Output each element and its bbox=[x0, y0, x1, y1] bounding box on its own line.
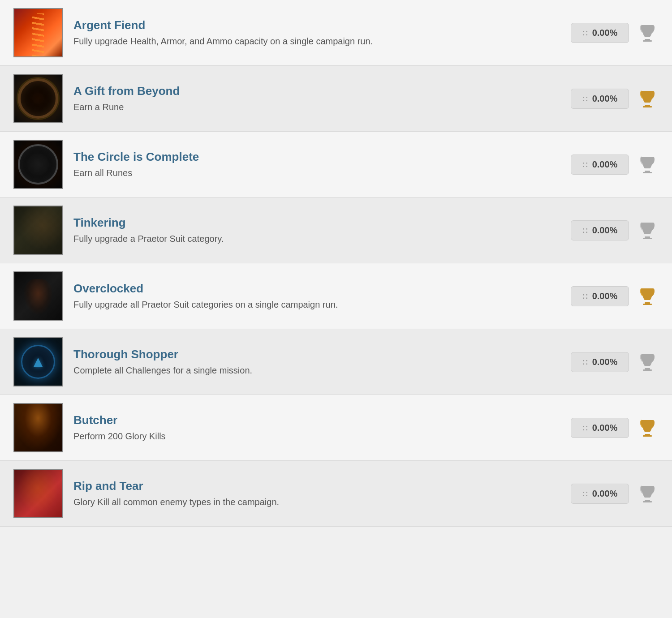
achievement-row: The Circle is Complete Earn all Runes ::… bbox=[0, 132, 672, 197]
dots-icon: :: bbox=[582, 489, 589, 498]
achievement-info-thorough-shopper: Thorough Shopper Complete all Challenges… bbox=[73, 348, 560, 377]
achievement-image-rip-and-tear bbox=[13, 469, 63, 518]
dots-icon: :: bbox=[582, 28, 589, 38]
achievement-image-circle-is-complete bbox=[13, 140, 63, 189]
achievement-row: Butcher Perform 200 Glory Kills :: 0.00% bbox=[0, 395, 672, 461]
percent-badge[interactable]: :: 0.00% bbox=[571, 484, 629, 504]
achievement-stats-gift-from-beyond: :: 0.00% bbox=[571, 87, 659, 110]
percent-value: 0.00% bbox=[592, 423, 618, 433]
trophy-icon bbox=[636, 219, 659, 241]
achievement-title: Rip and Tear bbox=[73, 479, 560, 493]
achievement-image-butcher bbox=[13, 403, 63, 452]
svg-rect-11 bbox=[643, 369, 652, 371]
percent-value: 0.00% bbox=[592, 291, 618, 301]
percent-value: 0.00% bbox=[592, 225, 618, 236]
percent-badge[interactable]: :: 0.00% bbox=[571, 286, 629, 306]
achievement-title: Argent Fiend bbox=[73, 18, 560, 32]
achievement-info-tinkering: Tinkering Fully upgrade a Praetor Suit c… bbox=[73, 216, 560, 245]
achievement-desc: Fully upgrade a Praetor Suit category. bbox=[73, 232, 560, 245]
achievement-title: Tinkering bbox=[73, 216, 560, 230]
achievement-info-butcher: Butcher Perform 200 Glory Kills bbox=[73, 413, 560, 442]
dots-icon: :: bbox=[582, 94, 589, 103]
trophy-icon bbox=[636, 87, 659, 110]
percent-badge[interactable]: :: 0.00% bbox=[571, 220, 629, 240]
percent-value: 0.00% bbox=[592, 28, 618, 38]
percent-badge[interactable]: :: 0.00% bbox=[571, 23, 629, 43]
percent-badge[interactable]: :: 0.00% bbox=[571, 89, 629, 109]
svg-rect-5 bbox=[643, 172, 652, 173]
achievement-desc: Fully upgrade all Praetor Suit categorie… bbox=[73, 298, 560, 311]
svg-rect-3 bbox=[643, 106, 652, 107]
trophy-icon bbox=[636, 285, 659, 307]
achievement-image-thorough-shopper bbox=[13, 337, 63, 386]
trophy-icon bbox=[636, 351, 659, 373]
dots-icon: :: bbox=[582, 292, 589, 301]
achievement-desc: Complete all Challenges for a single mis… bbox=[73, 364, 560, 377]
achievement-desc: Fully upgrade Health, Armor, and Ammo ca… bbox=[73, 35, 560, 47]
achievement-row: A Gift from Beyond Earn a Rune :: 0.00% bbox=[0, 66, 672, 132]
achievement-info-circle-is-complete: The Circle is Complete Earn all Runes bbox=[73, 150, 560, 179]
trophy-icon bbox=[636, 482, 659, 505]
achievement-title: Butcher bbox=[73, 413, 560, 427]
achievement-desc: Perform 200 Glory Kills bbox=[73, 430, 560, 442]
dots-icon: :: bbox=[582, 160, 589, 169]
achievement-info-gift-from-beyond: A Gift from Beyond Earn a Rune bbox=[73, 84, 560, 113]
achievement-row: Overclocked Fully upgrade all Praetor Su… bbox=[0, 263, 672, 329]
achievement-row: Tinkering Fully upgrade a Praetor Suit c… bbox=[0, 197, 672, 263]
achievement-image-tinkering bbox=[13, 206, 63, 255]
svg-rect-7 bbox=[643, 238, 652, 239]
achievement-info-rip-and-tear: Rip and Tear Glory Kill all common enemy… bbox=[73, 479, 560, 508]
percent-badge[interactable]: :: 0.00% bbox=[571, 352, 629, 372]
svg-rect-13 bbox=[643, 435, 652, 437]
achievement-stats-argent-fiend: :: 0.00% bbox=[571, 21, 659, 44]
achievement-desc: Earn all Runes bbox=[73, 167, 560, 179]
achievement-stats-rip-and-tear: :: 0.00% bbox=[571, 482, 659, 505]
achievement-title: Overclocked bbox=[73, 282, 560, 296]
percent-value: 0.00% bbox=[592, 159, 618, 170]
achievement-title: A Gift from Beyond bbox=[73, 84, 560, 98]
achievement-stats-butcher: :: 0.00% bbox=[571, 416, 659, 439]
achievement-stats-circle-is-complete: :: 0.00% bbox=[571, 153, 659, 176]
dots-icon: :: bbox=[582, 423, 589, 433]
achievement-image-overclocked bbox=[13, 271, 63, 321]
achievements-list: Argent Fiend Fully upgrade Health, Armor… bbox=[0, 0, 672, 527]
percent-value: 0.00% bbox=[592, 357, 618, 367]
dots-icon: :: bbox=[582, 357, 589, 367]
achievement-stats-thorough-shopper: :: 0.00% bbox=[571, 351, 659, 373]
achievement-image-gift-from-beyond bbox=[13, 74, 63, 123]
achievement-desc: Glory Kill all common enemy types in the… bbox=[73, 496, 560, 508]
trophy-icon bbox=[636, 21, 659, 44]
percent-badge[interactable]: :: 0.00% bbox=[571, 154, 629, 175]
percent-value: 0.00% bbox=[592, 489, 618, 499]
achievement-title: The Circle is Complete bbox=[73, 150, 560, 164]
achievement-info-argent-fiend: Argent Fiend Fully upgrade Health, Armor… bbox=[73, 18, 560, 47]
percent-value: 0.00% bbox=[592, 94, 618, 104]
achievement-desc: Earn a Rune bbox=[73, 101, 560, 113]
achievement-title: Thorough Shopper bbox=[73, 348, 560, 361]
achievement-row: Rip and Tear Glory Kill all common enemy… bbox=[0, 461, 672, 527]
achievement-stats-overclocked: :: 0.00% bbox=[571, 285, 659, 307]
dots-icon: :: bbox=[582, 226, 589, 235]
svg-rect-1 bbox=[643, 40, 652, 42]
svg-rect-9 bbox=[643, 304, 652, 305]
achievement-info-overclocked: Overclocked Fully upgrade all Praetor Su… bbox=[73, 282, 560, 311]
percent-badge[interactable]: :: 0.00% bbox=[571, 418, 629, 438]
achievement-stats-tinkering: :: 0.00% bbox=[571, 219, 659, 241]
achievement-image-argent-fiend bbox=[13, 8, 63, 57]
trophy-icon bbox=[636, 153, 659, 176]
achievement-row: Argent Fiend Fully upgrade Health, Armor… bbox=[0, 0, 672, 66]
achievement-row: Thorough Shopper Complete all Challenges… bbox=[0, 329, 672, 395]
svg-rect-15 bbox=[643, 501, 652, 502]
trophy-icon bbox=[636, 416, 659, 439]
